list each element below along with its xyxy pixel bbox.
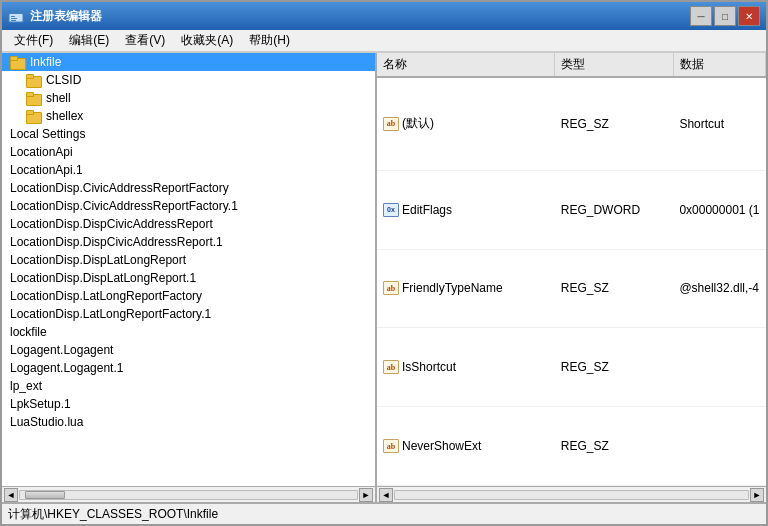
window-title: 注册表编辑器 <box>30 8 690 25</box>
table-row[interactable]: ab NeverShowExt REG_SZ <box>377 407 766 486</box>
status-text: 计算机\HKEY_CLASSES_ROOT\Inkfile <box>8 506 218 523</box>
tree-item-clsid[interactable]: CLSID <box>2 71 375 89</box>
hscrollbar-thumb[interactable] <box>25 491 65 499</box>
tree-item-locationdisp-latlongrep[interactable]: LocationDisp.DispLatLongReport <box>2 251 375 269</box>
hscrollbar-track2[interactable] <box>394 490 749 500</box>
reg-type-isshortcut: REG_SZ <box>555 328 674 407</box>
tree-item-inkfile[interactable]: Inkfile <box>2 53 375 71</box>
tree-item-locationapi[interactable]: LocationApi <box>2 143 375 161</box>
table-header-row: 名称 类型 数据 <box>377 53 766 77</box>
left-pane[interactable]: Inkfile CLSID shell shellex Local Settin… <box>2 53 377 486</box>
tree-item-locationdisp-latlongfac1[interactable]: LocationDisp.LatLongReportFactory.1 <box>2 305 375 323</box>
tree-item-lockfile[interactable]: lockfile <box>2 323 375 341</box>
table-row[interactable]: ab FriendlyTypeName REG_SZ @shell32.dll,… <box>377 249 766 328</box>
svg-rect-3 <box>11 18 17 19</box>
reg-type-editflags: REG_DWORD <box>555 170 674 249</box>
reg-data-friendlytypename: @shell32.dll,-4 <box>673 249 765 328</box>
right-hscrollbar[interactable]: ◄ ► <box>377 487 766 502</box>
window-controls: ─ □ ✕ <box>690 6 760 26</box>
tree-item-shellex[interactable]: shellex <box>2 107 375 125</box>
maximize-button[interactable]: □ <box>714 6 736 26</box>
main-window: 注册表编辑器 ─ □ ✕ 文件(F) 编辑(E) 查看(V) 收藏夹(A) 帮助… <box>0 0 768 526</box>
folder-icon <box>26 109 42 123</box>
right-pane: 名称 类型 数据 ab (默认) REG_SZ <box>377 53 766 486</box>
scroll-right-btn2[interactable]: ► <box>750 488 764 502</box>
col-type: 类型 <box>555 53 674 77</box>
status-bar: 计算机\HKEY_CLASSES_ROOT\Inkfile <box>2 502 766 524</box>
reg-dword-icon: 0x <box>383 203 399 217</box>
scroll-right-btn[interactable]: ► <box>359 488 373 502</box>
tree-item-locationdisp-latlongfac[interactable]: LocationDisp.LatLongReportFactory <box>2 287 375 305</box>
left-hscrollbar[interactable]: ◄ ► <box>2 487 377 502</box>
reg-type-friendlytypename: REG_SZ <box>555 249 674 328</box>
tree-item-locationdisp-latlongrep1[interactable]: LocationDisp.DispLatLongReport.1 <box>2 269 375 287</box>
reg-data-isshortcut <box>673 328 765 407</box>
reg-data-editflags: 0x00000001 (1 <box>673 170 765 249</box>
reg-data-nevershowext <box>673 407 765 486</box>
reg-name-editflags: EditFlags <box>402 203 452 217</box>
folder-icon <box>26 73 42 87</box>
minimize-button[interactable]: ─ <box>690 6 712 26</box>
registry-table: 名称 类型 数据 ab (默认) REG_SZ <box>377 53 766 486</box>
menu-file[interactable]: 文件(F) <box>6 30 61 51</box>
tree-item-luastudio[interactable]: LuaStudio.lua <box>2 413 375 431</box>
menu-edit[interactable]: 编辑(E) <box>61 30 117 51</box>
reg-sz-icon: ab <box>383 439 399 453</box>
tree-item-shell[interactable]: shell <box>2 89 375 107</box>
menu-bar: 文件(F) 编辑(E) 查看(V) 收藏夹(A) 帮助(H) <box>2 30 766 52</box>
tree-item-local-settings[interactable]: Local Settings <box>2 125 375 143</box>
col-name: 名称 <box>377 53 555 77</box>
folder-icon <box>10 55 26 69</box>
tree-item-locationdisp-disp-civic1[interactable]: LocationDisp.DispCivicAddressReport.1 <box>2 233 375 251</box>
reg-name-isshortcut: IsShortcut <box>402 360 456 374</box>
main-area: Inkfile CLSID shell shellex Local Settin… <box>2 52 766 486</box>
tree-item-lpksetup1[interactable]: LpkSetup.1 <box>2 395 375 413</box>
tree-item-lp-ext[interactable]: lp_ext <box>2 377 375 395</box>
svg-rect-1 <box>9 11 23 14</box>
reg-name-friendlytypename: FriendlyTypeName <box>402 281 503 295</box>
tree-item-logagent[interactable]: Logagent.Logagent <box>2 341 375 359</box>
table-row[interactable]: 0x EditFlags REG_DWORD 0x00000001 (1 <box>377 170 766 249</box>
reg-data-default: Shortcut <box>673 77 765 170</box>
scroll-left-btn2[interactable]: ◄ <box>379 488 393 502</box>
col-data: 数据 <box>673 53 765 77</box>
menu-favorites[interactable]: 收藏夹(A) <box>173 30 241 51</box>
app-icon <box>8 8 24 24</box>
close-button[interactable]: ✕ <box>738 6 760 26</box>
reg-sz-icon: ab <box>383 117 399 131</box>
scrollbar-area: ◄ ► ◄ ► <box>2 486 766 502</box>
reg-sz-icon: ab <box>383 281 399 295</box>
scroll-left-btn[interactable]: ◄ <box>4 488 18 502</box>
table-row[interactable]: ab IsShortcut REG_SZ <box>377 328 766 407</box>
menu-view[interactable]: 查看(V) <box>117 30 173 51</box>
tree-item-locationdisp-civic[interactable]: LocationDisp.CivicAddressReportFactory <box>2 179 375 197</box>
reg-name-nevershowext: NeverShowExt <box>402 439 481 453</box>
folder-icon <box>26 91 42 105</box>
title-bar: 注册表编辑器 ─ □ ✕ <box>2 2 766 30</box>
hscrollbar-track[interactable] <box>19 490 358 500</box>
reg-name-default: (默认) <box>402 115 434 132</box>
tree-item-locationapi1[interactable]: LocationApi.1 <box>2 161 375 179</box>
svg-rect-4 <box>11 20 16 21</box>
svg-rect-2 <box>11 16 15 17</box>
tree-item-locationdisp-disp-civic[interactable]: LocationDisp.DispCivicAddressReport <box>2 215 375 233</box>
reg-type-default: REG_SZ <box>555 77 674 170</box>
reg-type-nevershowext: REG_SZ <box>555 407 674 486</box>
table-row[interactable]: ab (默认) REG_SZ Shortcut <box>377 77 766 170</box>
tree-item-logagent1[interactable]: Logagent.Logagent.1 <box>2 359 375 377</box>
menu-help[interactable]: 帮助(H) <box>241 30 298 51</box>
reg-sz-icon: ab <box>383 360 399 374</box>
tree-item-locationdisp-civic1[interactable]: LocationDisp.CivicAddressReportFactory.1 <box>2 197 375 215</box>
